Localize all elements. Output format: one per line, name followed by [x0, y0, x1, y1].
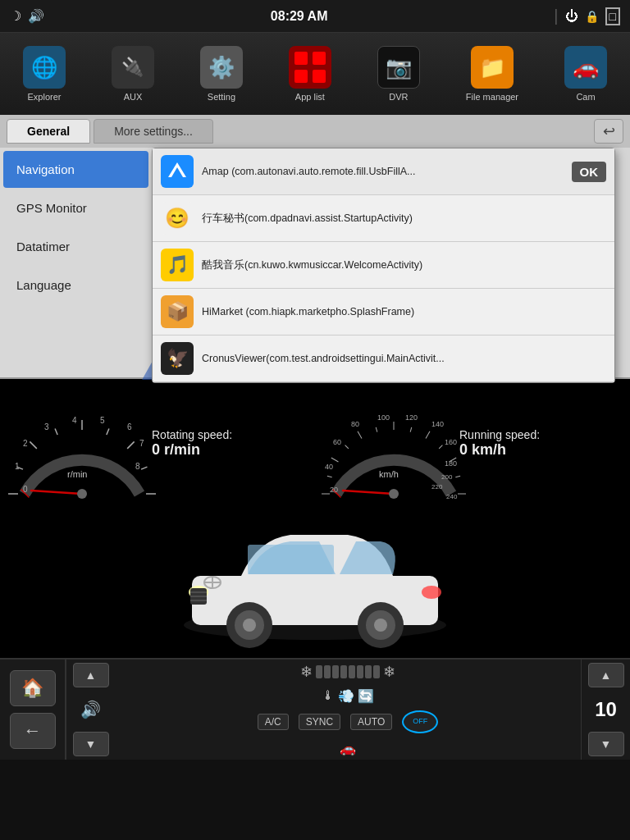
- svg-text:140: 140: [431, 420, 444, 428]
- running-speed-info: Running speed: 0 km/h: [459, 428, 540, 459]
- back-button[interactable]: ↩: [594, 119, 623, 144]
- svg-text:3: 3: [44, 422, 49, 431]
- svg-rect-2: [294, 70, 308, 83]
- svg-text:120: 120: [405, 413, 418, 422]
- fan-segment-6: [357, 665, 363, 678]
- app-setting[interactable]: ⚙️ Setting: [200, 46, 243, 102]
- svg-rect-1: [313, 52, 326, 65]
- svg-line-31: [358, 431, 362, 439]
- app-aux[interactable]: 🔌 AUX: [112, 46, 154, 102]
- svg-text:8: 8: [135, 462, 140, 471]
- dropdown-item-amap[interactable]: Amap (com.autonavi.auto.remote.fill.UsbF…: [153, 148, 614, 195]
- svg-text:2: 2: [23, 439, 28, 448]
- app-applist[interactable]: App list: [289, 46, 331, 102]
- svg-line-13: [141, 467, 147, 469]
- svg-text:200: 200: [441, 473, 453, 481]
- svg-text:180: 180: [445, 459, 457, 468]
- status-bar: ☽ 🔊 08:29 AM | ⏻ 🔒 □: [0, 0, 630, 33]
- temperature-section: ▲ 10 ▼: [581, 660, 630, 760]
- app-cam[interactable]: 🚗 Cam: [564, 46, 607, 102]
- heat-icon: 🌡: [322, 688, 335, 703]
- svg-text:100: 100: [377, 413, 390, 422]
- settings-tabs: General More settings... ↩: [0, 115, 630, 148]
- fan-segment-1: [316, 665, 322, 678]
- fan-speed-bar: [316, 665, 380, 678]
- time-display: 08:29 AM: [271, 9, 328, 24]
- tab-general[interactable]: General: [7, 119, 90, 144]
- svg-line-36: [439, 445, 442, 449]
- dashboard: 0 1 2 3 4 5 6 7 8 r/min Rotating speed: …: [0, 379, 630, 658]
- svg-line-30: [345, 445, 349, 449]
- svg-line-11: [107, 429, 109, 435]
- car-image: [159, 494, 471, 658]
- svg-line-32: [376, 427, 377, 432]
- recirculate-icon: 🔄: [358, 688, 374, 704]
- svg-line-34: [410, 427, 412, 432]
- rpm-gauge-svg: 0 1 2 3 4 5 6 7 8 r/min: [8, 387, 156, 518]
- svg-rect-3: [313, 70, 326, 83]
- dropdown-ok-button[interactable]: OK: [572, 162, 607, 182]
- moon-icon: ☽: [10, 8, 21, 24]
- home-back-section: 🏠 ←: [0, 660, 66, 760]
- volume-up-button[interactable]: ▲: [73, 663, 109, 687]
- svg-text:7: 7: [139, 439, 144, 448]
- sidebar-item-datatimer[interactable]: Datatimer: [3, 228, 148, 265]
- divider-line: |: [554, 7, 558, 25]
- mode-icons-row: 🌡 💨 🔄: [121, 688, 574, 704]
- svg-text:5: 5: [100, 416, 105, 425]
- app-filemanager[interactable]: 📁 File manager: [466, 46, 518, 102]
- volume-section: ▲ 🔊 ▼: [66, 660, 115, 760]
- rotating-speed-info: Rotating speed: 0 r/min: [152, 428, 232, 459]
- back-nav-button[interactable]: ←: [10, 713, 56, 749]
- lock-icon: 🔒: [585, 10, 599, 23]
- svg-point-25: [77, 489, 87, 499]
- ac-buttons-row: A/C SYNC AUTO OFF: [258, 710, 438, 733]
- ac-button[interactable]: A/C: [258, 714, 289, 730]
- svg-text:1: 1: [15, 462, 20, 471]
- sidebar-item-language[interactable]: Language: [3, 267, 148, 304]
- ac-section: ❄ ❄ 🌡 💨 🔄 A/C SYNC AUTO OFF: [115, 660, 581, 760]
- dropdown-item-xingshu[interactable]: 😊 行车秘书(com.dpadnavi.assist.StartupActivi…: [153, 195, 614, 242]
- app-explorer[interactable]: 🌐 Explorer: [23, 46, 66, 102]
- svg-line-35: [426, 431, 430, 439]
- svg-line-24: [31, 491, 82, 494]
- app-icon-row: 🌐 Explorer 🔌 AUX ⚙️ Setting App list 📷 D…: [0, 33, 630, 115]
- tab-more[interactable]: More settings...: [94, 119, 213, 144]
- svg-rect-0: [294, 52, 308, 65]
- svg-text:80: 80: [351, 420, 359, 428]
- fan-segment-4: [340, 665, 347, 678]
- fan-left-icon: ❄: [300, 663, 313, 681]
- svg-text:220: 220: [431, 483, 443, 491]
- bottom-controls: 🏠 ← ▲ 🔊 ▼ ❄ ❄ 🌡 💨 🔄: [0, 658, 630, 760]
- temp-down-button[interactable]: ▼: [588, 732, 624, 756]
- svg-text:40: 40: [325, 463, 333, 471]
- dropdown-item-cronus[interactable]: 🦅 CronusViewer(com.test.androidsettingui…: [153, 336, 614, 382]
- temperature-value: 10: [595, 698, 617, 721]
- dropdown-item-himarket[interactable]: 📦 HiMarket (com.hiapk.marketpho.SplashFr…: [153, 289, 614, 336]
- fan-segment-7: [365, 665, 372, 678]
- sidebar-item-navigation[interactable]: Navigation: [3, 151, 148, 188]
- temp-up-button[interactable]: ▲: [588, 663, 624, 687]
- window-icon: □: [605, 7, 620, 25]
- volume-icon: 🔊: [80, 700, 101, 719]
- svg-point-65: [422, 586, 441, 599]
- app-dvr[interactable]: 📷 DVR: [377, 46, 420, 102]
- svg-line-38: [455, 476, 460, 477]
- power-icon[interactable]: ⏻: [565, 9, 578, 24]
- svg-rect-57: [248, 545, 334, 574]
- sync-button[interactable]: SYNC: [299, 714, 340, 730]
- volume-down-button[interactable]: ▼: [73, 732, 109, 756]
- auto-button[interactable]: AUTO: [350, 714, 392, 730]
- dropdown-item-kuwo[interactable]: 🎵 酷我音乐(cn.kuwo.kwmusiccar.WelcomeActivit…: [153, 242, 614, 289]
- svg-text:6: 6: [127, 422, 132, 431]
- svg-text:4: 4: [72, 416, 77, 425]
- svg-line-12: [127, 441, 134, 448]
- fan-row: ❄ ❄: [121, 663, 574, 681]
- svg-line-28: [327, 476, 332, 477]
- sidebar-item-gps[interactable]: GPS Monitor: [3, 189, 148, 226]
- ac-off-button[interactable]: OFF: [402, 710, 438, 733]
- svg-line-29: [331, 458, 339, 462]
- svg-text:20: 20: [330, 486, 338, 494]
- svg-line-9: [55, 429, 57, 435]
- home-button[interactable]: 🏠: [10, 670, 56, 706]
